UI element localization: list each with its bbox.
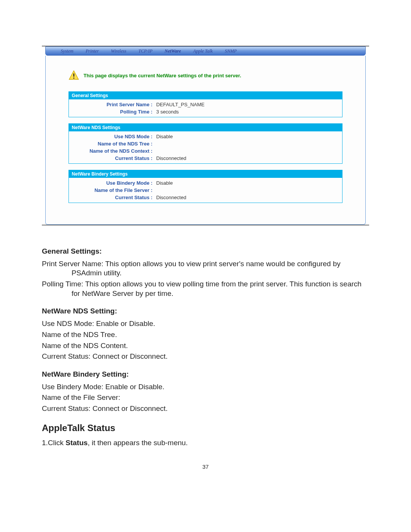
field-label: Current Status :: [69, 155, 155, 161]
heading-bindery-setting: NetWare Bindery Setting:: [42, 370, 369, 379]
paragraph-polling-time: Polling Time: This option allows you to …: [42, 280, 369, 298]
paragraph-print-server-name: Print Server Name: This option allows yo…: [42, 259, 369, 278]
step-bold: Status: [65, 439, 88, 447]
field-label: Polling Time :: [69, 109, 155, 115]
line-bindery-mode: Use Bindery Mode: Enable or Disable.: [42, 382, 369, 392]
table-row: Name of the NDS Tree :: [69, 140, 342, 147]
table-row: Polling Time :3 seconds: [69, 108, 342, 115]
tab-apple-talk[interactable]: Apple Talk: [193, 48, 213, 54]
panel-body: This page displays the current NetWare s…: [45, 56, 366, 225]
group-general-settings: General SettingsPrint Server Name :DEFAU…: [68, 91, 343, 117]
group-header: NetWare NDS Settings: [69, 124, 342, 131]
line-nds-mode: Use NDS Mode: Enable or Disable.: [42, 319, 369, 329]
field-label: Print Server Name :: [69, 102, 155, 107]
page-number: 37: [42, 463, 369, 471]
svg-rect-1: [73, 73, 74, 77]
tab-tcp-ip[interactable]: TCP/IP: [139, 48, 153, 54]
field-value: Disable: [155, 180, 342, 186]
table-row: Name of the NDS Context :: [69, 147, 342, 155]
tab-bar: SystemPrinterWirelessTCP/IPNetWareApple …: [45, 46, 366, 56]
field-label: Use NDS Mode :: [69, 134, 155, 139]
field-label: Current Status :: [69, 195, 155, 200]
field-value: DEFAULT_PS_NAME: [155, 102, 342, 107]
tab-netware[interactable]: NetWare: [164, 48, 181, 54]
group-body: Use Bindery Mode :DisableName of the Fil…: [69, 178, 342, 203]
field-value: [155, 187, 342, 193]
field-value: 3 seconds: [155, 109, 342, 115]
field-value: [155, 141, 342, 147]
table-row: Name of the File Server :: [69, 187, 342, 194]
field-value: Disable: [155, 134, 342, 139]
line-bindery-server: Name of the File Server:: [42, 393, 369, 403]
tab-printer[interactable]: Printer: [86, 48, 99, 54]
heading-appletalk-status: AppleTalk Status: [42, 422, 369, 434]
netware-settings-screenshot: SystemPrinterWirelessTCP/IPNetWareApple …: [45, 46, 366, 225]
intro-row: This page displays the current NetWare s…: [68, 70, 343, 81]
tab-wireless[interactable]: Wireless: [111, 48, 126, 54]
line-nds-content: Name of the NDS Content.: [42, 341, 369, 351]
step-suffix: , it then appears the sub-menu.: [88, 439, 188, 447]
field-label: Name of the File Server :: [69, 187, 155, 193]
document-body: General Settings: Print Server Name: Thi…: [42, 247, 369, 470]
line-nds-status: Current Status: Connect or Disconnect.: [42, 352, 369, 361]
line-nds-tree: Name of the NDS Tree.: [42, 330, 369, 340]
group-netware-nds-settings: NetWare NDS SettingsUse NDS Mode :Disabl…: [68, 123, 343, 164]
table-row: Current Status :Disconnected: [69, 194, 342, 201]
field-value: [155, 148, 342, 154]
svg-point-2: [73, 77, 74, 78]
warning-icon: [68, 70, 79, 81]
group-netware-bindery-settings: NetWare Bindery SettingsUse Bindery Mode…: [68, 170, 343, 203]
field-label: Name of the NDS Context :: [69, 148, 155, 154]
heading-general-settings: General Settings:: [42, 247, 369, 256]
table-row: Print Server Name :DEFAULT_PS_NAME: [69, 101, 342, 108]
tab-snmp[interactable]: SNMP: [225, 48, 237, 54]
line-bindery-status: Current Status: Connect or Disconnect.: [42, 404, 369, 414]
field-value: Disconnected: [155, 155, 342, 161]
table-row: Use NDS Mode :Disable: [69, 133, 342, 140]
table-row: Use Bindery Mode :Disable: [69, 179, 342, 187]
group-header: NetWare Bindery Settings: [69, 170, 342, 178]
group-body: Use NDS Mode :DisableName of the NDS Tre…: [69, 131, 342, 163]
table-row: Current Status :Disconnected: [69, 155, 342, 162]
field-value: Disconnected: [155, 195, 342, 200]
field-label: Use Bindery Mode :: [69, 180, 155, 186]
step-click-status: 1.Click Status, it then appears the sub-…: [42, 438, 369, 448]
heading-nds-setting: NetWare NDS Setting:: [42, 307, 369, 316]
field-label: Name of the NDS Tree :: [69, 141, 155, 147]
tab-system[interactable]: System: [61, 48, 73, 54]
intro-text: This page displays the current NetWare s…: [84, 73, 241, 78]
group-body: Print Server Name :DEFAULT_PS_NAMEPollin…: [69, 99, 342, 117]
group-header: General Settings: [69, 92, 342, 99]
step-prefix: 1.Click: [42, 439, 65, 447]
